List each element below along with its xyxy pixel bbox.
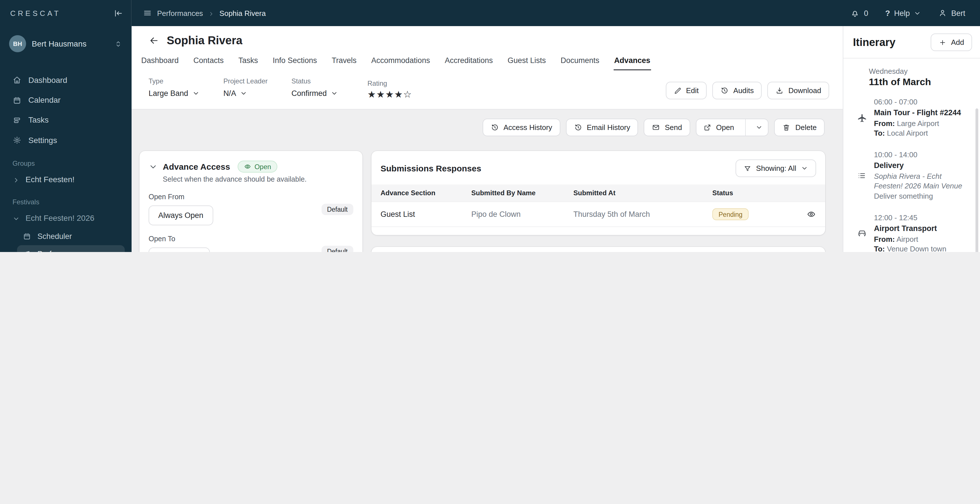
sidebar-item-label: Dashboard xyxy=(29,75,67,84)
status-badge: Pending xyxy=(712,208,749,220)
avatar: BH xyxy=(9,35,26,52)
performance-fields: Type Large Band Project Leader N/A Statu… xyxy=(132,70,843,109)
open-from-select[interactable]: Always Open xyxy=(149,206,213,225)
itinerary-item-airport-transport[interactable]: 12:00 - 12:45 Airport Transport From: Ai… xyxy=(857,212,972,252)
sidebar-item-label: Scheduler xyxy=(37,232,72,240)
topbar-right: 0 ? Help Bert xyxy=(850,8,980,18)
edit-button[interactable]: Edit xyxy=(665,82,706,99)
sidebar-festival-root[interactable]: Echt Feesten! 2026 xyxy=(7,209,125,226)
collapse-chevron-icon[interactable] xyxy=(149,161,158,172)
tab-accommodations[interactable]: Accommodations xyxy=(371,53,430,70)
app-window: CRESCAT Performances Sophia Rivera 0 ? H… xyxy=(0,0,980,252)
send-button[interactable]: Send xyxy=(644,119,690,136)
type-select[interactable]: Large Band xyxy=(149,89,200,97)
tab-advances[interactable]: Advances xyxy=(614,53,651,70)
submissions-responses-card: Submissions Responses Showing: All Advan… xyxy=(371,151,825,235)
tab-contacts[interactable]: Contacts xyxy=(193,53,224,70)
contacts-card: Contacts Add Contact This contact(s) is … xyxy=(371,247,825,252)
status-label: Status xyxy=(291,77,344,85)
sidebar-item-settings[interactable]: Settings xyxy=(7,131,125,150)
sidebar-item-label: Calendar xyxy=(29,95,61,104)
breadcrumb-current[interactable]: Sophia Rivera xyxy=(220,9,266,17)
sidebar-item-dashboard[interactable]: Dashboard xyxy=(7,70,125,89)
itinerary-item-flight[interactable]: 06:00 - 07:00 Main Tour - Flight #2244 F… xyxy=(857,97,972,138)
main-content: Sophia Rivera Dashboard Contacts Tasks I… xyxy=(132,26,843,252)
open-to-select[interactable]: Never Close xyxy=(149,247,210,252)
advance-section-cell: Guest List xyxy=(380,210,471,219)
sidebar-item-label: Performances xyxy=(37,249,85,252)
type-label: Type xyxy=(149,77,200,85)
star-filled-icon: ★★★★ xyxy=(368,89,403,99)
back-button[interactable] xyxy=(149,35,159,46)
itinerary-scrollbar[interactable] xyxy=(975,108,978,252)
access-history-button[interactable]: Access History xyxy=(482,119,560,136)
user-icon xyxy=(938,8,947,18)
sidebar-group-echt-feesten[interactable]: Echt Feesten! xyxy=(7,171,125,188)
page-header: Sophia Rivera Dashboard Contacts Tasks I… xyxy=(132,26,843,110)
sidebar-user-name: Bert Hausmans xyxy=(32,39,108,48)
breadcrumb-section[interactable]: Performances xyxy=(157,9,203,17)
itinerary-date: Wednesday 11th of March xyxy=(869,67,972,88)
tab-accreditations[interactable]: Accreditations xyxy=(444,53,493,70)
sidebar-item-scheduler[interactable]: Scheduler xyxy=(17,228,125,245)
help-menu[interactable]: ? Help xyxy=(885,8,921,18)
open-split-button: Open xyxy=(695,119,769,136)
list-icon xyxy=(857,170,867,181)
tab-travels[interactable]: Travels xyxy=(331,53,357,70)
tab-guest-lists[interactable]: Guest Lists xyxy=(507,53,546,70)
open-from-label: Open From xyxy=(149,193,213,201)
tab-dashboard[interactable]: Dashboard xyxy=(141,53,179,70)
page-title: Sophia Rivera xyxy=(167,34,242,47)
status-select[interactable]: Confirmed xyxy=(291,89,344,97)
user-menu[interactable]: Bert xyxy=(938,8,965,18)
sidebar-item-performances[interactable]: Performances xyxy=(17,245,125,252)
chevron-down-icon xyxy=(13,214,20,222)
chevron-down-icon xyxy=(914,9,921,17)
sidebar-nav: Dashboard Calendar Tasks Settings xyxy=(7,70,125,149)
menu-icon[interactable] xyxy=(143,8,152,18)
itinerary-panel: Itinerary Add Wednesday 11th of March 06… xyxy=(843,26,980,252)
breadcrumb-chevron-icon xyxy=(208,9,215,17)
sidebar-item-tasks[interactable]: Tasks xyxy=(7,110,125,129)
question-icon: ? xyxy=(885,8,890,18)
download-button[interactable]: Download xyxy=(767,82,829,99)
audits-button[interactable]: Audits xyxy=(712,82,762,99)
sidebar-item-calendar[interactable]: Calendar xyxy=(7,91,125,110)
itinerary-title: Itinerary xyxy=(853,36,896,48)
rating-stars[interactable]: ★★★★☆ xyxy=(368,89,412,100)
tab-info-sections[interactable]: Info Sections xyxy=(272,53,318,70)
breadcrumb: Performances Sophia Rivera xyxy=(132,8,266,18)
sidebar-user-switcher[interactable]: BH Bert Hausmans xyxy=(7,33,125,53)
delete-button[interactable]: Delete xyxy=(775,119,825,136)
email-history-button[interactable]: Email History xyxy=(566,119,638,136)
help-label: Help xyxy=(894,9,910,17)
notifications-button[interactable]: 0 xyxy=(850,8,868,18)
itinerary-list: Wednesday 11th of March 06:00 - 07:00 Ma… xyxy=(843,59,980,252)
project-leader-label: Project Leader xyxy=(223,77,268,85)
crescat-logo: CRESCAT xyxy=(10,9,61,17)
plane-icon xyxy=(857,112,867,123)
top-bar: CRESCAT Performances Sophia Rivera 0 ? H… xyxy=(0,0,980,26)
open-button[interactable]: Open xyxy=(696,119,741,136)
star-empty-icon: ☆ xyxy=(403,89,412,99)
itinerary-item-delivery[interactable]: 10:00 - 14:00 Delivery Sophia Rivera - E… xyxy=(857,150,972,201)
sidebar: BH Bert Hausmans Dashboard Calendar Task… xyxy=(0,26,132,252)
tab-documents[interactable]: Documents xyxy=(560,53,600,70)
open-to-label: Open To xyxy=(149,235,210,243)
notification-count: 0 xyxy=(864,9,868,17)
project-leader-select[interactable]: N/A xyxy=(223,89,268,97)
tab-tasks[interactable]: Tasks xyxy=(238,53,259,70)
car-icon xyxy=(857,228,867,239)
sidebar-collapse-icon[interactable] xyxy=(113,8,123,18)
view-submission-button[interactable] xyxy=(807,209,816,219)
sidebar-festival-items: Scheduler Performances Public Forms Fest… xyxy=(17,228,125,252)
tasks-icon xyxy=(13,115,22,125)
submitted-by-cell: Pipo de Clown xyxy=(471,210,573,219)
showing-filter-button[interactable]: Showing: All xyxy=(735,159,816,177)
open-dropdown-caret[interactable] xyxy=(751,120,768,135)
tab-bar: Dashboard Contacts Tasks Info Sections T… xyxy=(132,52,843,70)
sort-chevrons-icon xyxy=(114,38,123,49)
sidebar-groups-label: Groups xyxy=(13,159,119,167)
advance-access-card: Advance Access Open Select when the adva… xyxy=(140,151,363,252)
add-itinerary-button[interactable]: Add xyxy=(931,33,972,51)
